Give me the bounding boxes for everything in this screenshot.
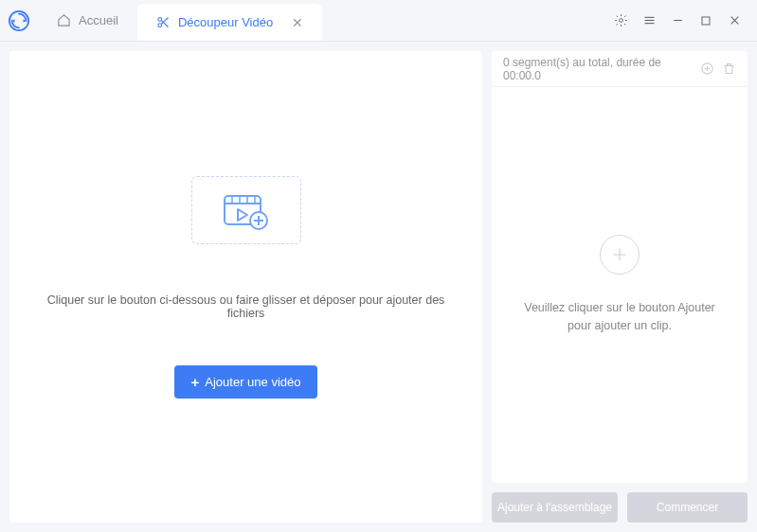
add-video-button[interactable]: + Ajouter une vidéo: [174, 365, 318, 399]
tab-home-label: Accueil: [79, 13, 118, 27]
tab-video-cutter-label: Découpeur Vidéo: [178, 15, 273, 29]
svg-point-3: [158, 18, 162, 22]
menu-icon[interactable]: [641, 13, 657, 28]
tab-video-cutter[interactable]: Découpeur Vidéo ✕: [137, 4, 322, 41]
segments-count-text: 0 segment(s) au total, durée de 00:00.0: [503, 56, 685, 82]
add-video-label: Ajouter une vidéo: [205, 375, 300, 389]
delete-segment-icon[interactable]: [722, 62, 736, 76]
settings-icon[interactable]: [613, 13, 628, 28]
add-segment-icon[interactable]: [700, 62, 714, 76]
svg-rect-10: [702, 17, 710, 25]
dropzone[interactable]: [191, 176, 301, 244]
add-clip-button[interactable]: [600, 235, 640, 275]
bottom-actions: Ajouter à l'assemblage Commencer: [492, 492, 748, 523]
segments-header: 0 segment(s) au total, durée de 00:00.0: [492, 51, 748, 87]
tab-home[interactable]: Accueil: [38, 0, 137, 41]
scissors-icon: [156, 15, 171, 29]
plus-icon: +: [191, 374, 200, 390]
close-icon[interactable]: ✕: [292, 15, 303, 30]
window-controls: [598, 0, 757, 41]
content-area: Cliquer sur le bouton ci-dessous ou fair…: [0, 42, 757, 532]
main-panel: Cliquer sur le bouton ci-dessous ou fair…: [9, 51, 482, 523]
segments-panel: 0 segment(s) au total, durée de 00:00.0: [492, 51, 748, 483]
maximize-icon[interactable]: [698, 13, 713, 28]
logo-icon: [9, 10, 29, 31]
close-window-icon[interactable]: [727, 13, 742, 28]
svg-marker-19: [238, 209, 247, 221]
instruction-text: Cliquer sur le bouton ci-dessous ou fair…: [32, 293, 460, 320]
add-to-assembly-button[interactable]: Ajouter à l'assemblage: [492, 492, 618, 523]
titlebar: Accueil Découpeur Vidéo ✕: [0, 0, 757, 42]
video-add-icon: [221, 190, 272, 230]
start-button[interactable]: Commencer: [627, 492, 748, 523]
svg-point-4: [158, 24, 162, 27]
app-logo: [0, 0, 38, 41]
segments-hint: Veuillez cliquer sur le bouton Ajouter p…: [515, 299, 724, 335]
minimize-icon[interactable]: [670, 13, 685, 28]
segments-body: Veuillez cliquer sur le bouton Ajouter p…: [492, 87, 748, 483]
home-icon: [57, 13, 71, 27]
side-panel: 0 segment(s) au total, durée de 00:00.0: [492, 51, 748, 523]
svg-point-5: [619, 19, 622, 23]
